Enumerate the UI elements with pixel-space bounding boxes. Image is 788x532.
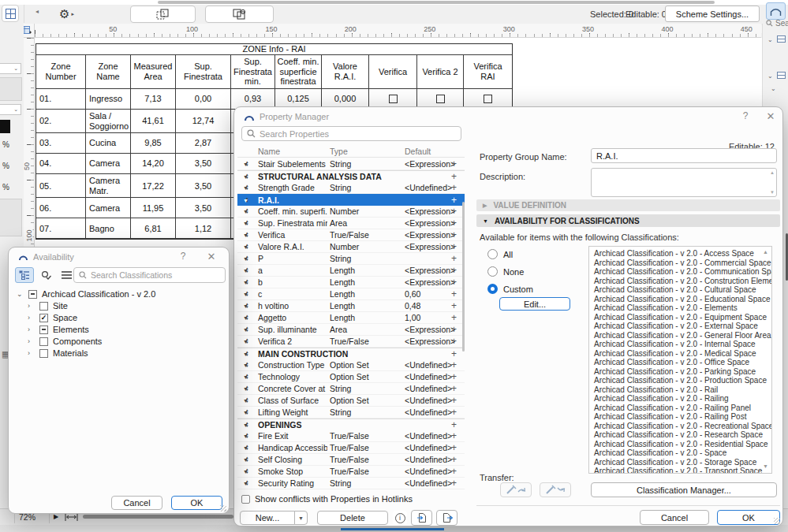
add-property-icon[interactable]: +: [451, 430, 457, 442]
cancel-button[interactable]: Cancel: [640, 510, 709, 525]
add-property-icon[interactable]: +: [451, 288, 457, 300]
property-row[interactable]: ▲▼ ▼ a Length <Expression> +: [237, 265, 465, 277]
classification-item[interactable]: Archicad Classification - v 2.0 - Educat…: [594, 295, 771, 304]
scheme-elements-button[interactable]: [205, 6, 274, 23]
tree-checkbox[interactable]: [39, 349, 48, 358]
classification-item[interactable]: Archicad Classification - v 2.0 - Access…: [594, 249, 771, 259]
pan-arrow-icon[interactable]: ▶: [54, 513, 58, 520]
add-property-icon[interactable]: +: [451, 182, 457, 194]
property-row[interactable]: ▲▼ ▼ Coeff. min. superfi... Number <Expr…: [237, 206, 465, 218]
add-property-icon[interactable]: +: [451, 442, 457, 454]
classification-item[interactable]: Archicad Classification - v 2.0 - Railin…: [594, 404, 771, 413]
chevron-right-icon[interactable]: ›: [28, 326, 35, 333]
property-row[interactable]: ▲▼ ▼ Aggetto Length 1,00 +: [237, 312, 465, 324]
group-collapse-icon[interactable]: ▼: [243, 229, 248, 241]
classification-item[interactable]: Archicad Classification - v 2.0 - Railin…: [594, 412, 771, 422]
scroll-up-icon[interactable]: ▲: [770, 170, 775, 175]
tree-checkbox[interactable]: [39, 337, 48, 346]
chevron-right-icon[interactable]: ›: [28, 337, 35, 345]
verifica2-checkbox[interactable]: [436, 95, 445, 103]
top-horizontal-scrollbar[interactable]: [158, 1, 715, 4]
measured-area-cell[interactable]: 9,85: [131, 133, 176, 154]
group-collapse-icon[interactable]: ▼: [243, 395, 248, 407]
classification-item[interactable]: Archicad Classification - v 2.0 - Parkin…: [594, 367, 771, 377]
classification-item[interactable]: Archicad Classification - v 2.0 - Produc…: [594, 376, 771, 385]
add-property-icon[interactable]: +: [451, 336, 457, 348]
tree-root-row[interactable]: ⌄ Archicad Classification - v 2.0: [17, 288, 155, 299]
add-property-icon[interactable]: +: [451, 348, 457, 360]
add-property-icon[interactable]: +: [451, 277, 457, 288]
transfer-inject-button[interactable]: [540, 482, 571, 497]
add-property-icon[interactable]: +: [451, 265, 457, 277]
add-property-icon[interactable]: +: [451, 371, 457, 383]
classification-item[interactable]: Archicad Classification - v 2.0 - Transp…: [594, 467, 771, 474]
delete-property-button[interactable]: Delete: [317, 511, 388, 525]
measured-area-cell[interactable]: 7,13: [131, 89, 176, 110]
transfer-pickup-button[interactable]: [500, 482, 532, 497]
add-property-icon[interactable]: +: [451, 395, 457, 407]
chevron-down-icon[interactable]: ⌄: [767, 36, 773, 43]
radio-custom-row[interactable]: Custom: [487, 284, 533, 294]
group-collapse-icon[interactable]: ▼: [243, 265, 248, 277]
property-row[interactable]: ▲▼ ▼ Security Rating String <Undefined> …: [237, 478, 465, 489]
new-property-dropdown[interactable]: ▼: [294, 511, 308, 525]
property-row[interactable]: ▲▼ ▼ Handicap Accessible True/False <Und…: [237, 442, 465, 454]
group-collapse-icon[interactable]: ▼: [243, 407, 248, 419]
chevron-right-icon[interactable]: ›: [28, 349, 35, 357]
group-collapse-icon[interactable]: ▼: [243, 182, 248, 194]
chevron-down-icon[interactable]: ⌄: [17, 290, 24, 298]
classification-item[interactable]: Archicad Classification - v 2.0 - Office…: [594, 358, 771, 367]
add-property-icon[interactable]: +: [451, 359, 457, 371]
horizontal-scrollbar-thumb[interactable]: [83, 515, 233, 519]
radio-all[interactable]: [487, 249, 498, 259]
property-row[interactable]: ▲▼ ▼ Lifting Weight String <Undefined> +: [237, 407, 465, 419]
tree-checkbox[interactable]: [39, 302, 48, 311]
tree-item-row[interactable]: › Space: [28, 312, 102, 323]
export-properties-button[interactable]: [436, 510, 457, 526]
measured-area-cell[interactable]: 14,20: [131, 154, 176, 174]
ok-button[interactable]: OK: [171, 496, 222, 510]
chevron-right-icon[interactable]: ›: [28, 314, 35, 322]
classification-item[interactable]: Archicad Classification - v 2.0 - Extern…: [594, 322, 771, 331]
infobox-dropdown-1[interactable]: ⌄: [0, 63, 21, 74]
verifica-rai-checkbox[interactable]: [484, 95, 492, 103]
property-list-scrollbar[interactable]: [462, 202, 465, 352]
radio-custom[interactable]: [487, 284, 498, 294]
add-property-icon[interactable]: +: [451, 171, 457, 183]
add-property-icon[interactable]: +: [451, 454, 457, 466]
classification-item[interactable]: Archicad Classification - v 2.0 - Commun…: [594, 267, 771, 277]
classification-search-input[interactable]: Search Classifications: [73, 267, 226, 283]
scroll-down-icon[interactable]: ▼: [770, 190, 775, 195]
group-collapse-icon[interactable]: ▼: [243, 253, 248, 265]
property-row[interactable]: ▲▼ ▼ Verifica True/False <Expression> +: [237, 229, 465, 241]
property-row[interactable]: ▲▼ ▼ Stair Subelements ... String <Expre…: [237, 158, 465, 170]
chevron-down-icon[interactable]: ⌄: [767, 73, 773, 80]
group-collapse-icon[interactable]: ▼: [243, 336, 248, 348]
dialog-titlebar[interactable]: Property Manager: [244, 112, 329, 121]
property-row[interactable]: ▲▼ ▼ Self Closing True/False <Undefined>…: [237, 454, 465, 466]
cancel-button[interactable]: Cancel: [111, 496, 162, 510]
classification-item[interactable]: Archicad Classification - v 2.0 - Intern…: [594, 340, 771, 349]
add-property-icon[interactable]: +: [451, 241, 457, 253]
info-button[interactable]: i: [393, 511, 407, 525]
group-collapse-icon[interactable]: ▼: [243, 324, 248, 336]
group-collapse-icon[interactable]: ▼: [243, 206, 248, 218]
add-property-icon[interactable]: +: [451, 253, 457, 265]
group-collapse-icon[interactable]: ▼: [243, 288, 248, 300]
show-conflicts-row[interactable]: Show conflicts with Properties in Hotlin…: [241, 494, 413, 504]
mini-table-icon[interactable]: [777, 35, 786, 43]
classification-item[interactable]: Archicad Classification - v 2.0 - Storag…: [594, 458, 771, 467]
classification-item[interactable]: Archicad Classification - v 2.0 - Medica…: [594, 349, 771, 359]
pen-color-swatch[interactable]: [0, 120, 10, 133]
zone-number-cell[interactable]: 05.: [36, 174, 86, 198]
sup-finestrata-cell[interactable]: 2,87: [176, 133, 231, 154]
sidebar-toggle-button[interactable]: [2, 5, 19, 22]
property-row[interactable]: ▲▼ ▼ b Length <Expression> +: [237, 277, 465, 288]
radio-none-row[interactable]: None: [487, 266, 524, 277]
classification-item[interactable]: Archicad Classification - v 2.0 - Cultur…: [594, 285, 771, 295]
group-collapse-icon[interactable]: ▼: [243, 158, 248, 170]
sup-finestrata-cell[interactable]: 3,50: [176, 154, 231, 174]
add-property-icon[interactable]: +: [451, 324, 457, 336]
list-view-button[interactable]: [58, 267, 75, 283]
add-property-icon[interactable]: +: [451, 478, 457, 489]
